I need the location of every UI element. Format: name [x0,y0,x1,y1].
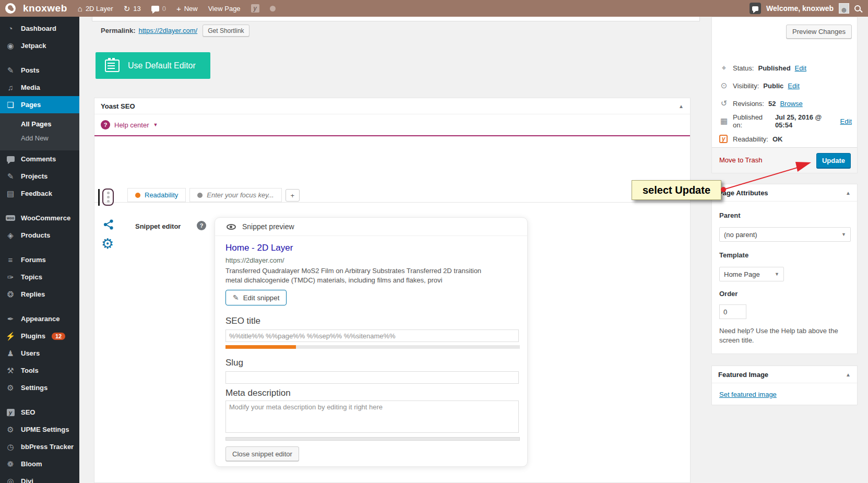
topics-icon: ✑ [7,273,14,282]
seo-title-progress-fill [225,345,296,349]
use-default-editor-button[interactable]: Use Default Editor [96,52,210,79]
edit-snippet-button[interactable]: ✎ Edit snippet [225,290,287,305]
sidebar-item-projects[interactable]: ✎Projects [0,168,79,185]
sidebar-item-label: Settings [21,384,47,392]
sidebar-item-woocommerce[interactable]: wooWooCommerce [0,209,79,227]
template-select[interactable]: Home Page ▼ [719,267,784,281]
get-shortlink-button[interactable]: Get Shortlink [203,25,249,37]
collapse-toggle-icon[interactable]: ▲ [846,372,851,378]
yoast-tabs: Readability Enter your focus key... + [127,188,300,202]
share-icon[interactable] [103,219,114,230]
gear-icon[interactable]: ⚙ [101,235,114,252]
pie-chart-icon: ◷ [7,442,14,452]
publish-row-edit-link[interactable]: Edit [795,64,806,72]
order-input[interactable] [719,304,746,319]
focus-status-dot [197,193,203,198]
featured-image-title: Featured Image [718,371,768,379]
admin-bar-site-menu[interactable]: ⌂ 2D Layer [73,0,118,17]
slug-heading: Slug [225,358,243,368]
search-icon[interactable] [854,5,861,11]
admin-bar-view-page[interactable]: View Page [203,0,246,17]
move-to-trash-link[interactable]: Move to Trash [719,156,762,164]
pie-chart-icon: ◷ [5,442,16,452]
traffic-light-icon[interactable] [102,189,114,206]
sidebar-item-label: Users [21,349,40,357]
tab-readability[interactable]: Readability [127,188,186,202]
update-count-badge: 12 [52,333,65,340]
snippet-preview-card: Snippet preview Home - 2D Layer https://… [215,217,528,467]
sidebar-item-bloom[interactable]: ❁Bloom [0,455,79,473]
sidebar-item-products[interactable]: ◈Products [0,227,79,244]
sidebar-item-seo[interactable]: ySEO [0,404,79,421]
publish-footer: Move to Trash Update [712,147,857,173]
sidebar-item-replies[interactable]: ❂Replies [0,286,79,303]
avatar[interactable]: ☻ [839,3,849,14]
sidebar-subitem-add-new[interactable]: Add New [0,131,79,145]
sidebar-item-plugins[interactable]: ⚡Plugins12 [0,327,79,345]
publish-row-edit-link[interactable]: Edit [840,117,852,125]
add-keyword-tab-button[interactable]: + [286,189,300,202]
sidebar-item-settings[interactable]: ⚙Settings [0,379,79,396]
sidebar-item-divi[interactable]: ◎Divi [0,473,79,483]
gray-dot-icon [270,6,276,11]
sidebar-item-posts[interactable]: ✎Posts [0,62,79,79]
snippet-help-icon[interactable]: ? [197,221,206,230]
parent-select[interactable]: (no parent) ▼ [719,227,851,242]
permalink-link[interactable]: https://2dlayer.com/ [138,27,197,34]
editor-document-icon [105,60,120,72]
slug-input[interactable] [225,371,519,384]
publish-row-browse-link[interactable]: Browse [780,100,802,108]
meta-description-textarea[interactable] [225,400,519,433]
welcome-label[interactable]: Welcome, knoxweb [766,4,834,13]
yoast-metabox-header[interactable]: Yoast SEO ▲ [94,98,690,114]
set-featured-image-link[interactable]: Set featured image [719,391,777,398]
sidebar-item-media[interactable]: ♫Media [0,79,79,96]
sidebar-item-bbpress-tracker[interactable]: ◷bbPress Tracker [0,438,79,455]
collapse-toggle-icon[interactable]: ▲ [679,103,684,109]
collapse-toggle-icon[interactable]: ▲ [846,190,851,196]
admin-bar-yoast[interactable]: y [246,0,265,17]
yoast-seo-metabox: Yoast SEO ▲ ? Help center ▼ ⚙ Readabilit… [94,98,691,483]
sidebar-item-tools[interactable]: ⚒Tools [0,362,79,379]
sidebar-item-forums[interactable]: ≡Forums [0,251,79,268]
comment-icon [752,6,758,11]
help-center-row: ? Help center ▼ [94,114,690,136]
sidebar-item-topics[interactable]: ✑Topics [0,268,79,286]
topics-icon: ✑ [5,273,16,282]
chevron-down-icon: ▼ [153,122,158,127]
page-attributes-header[interactable]: Page Attributes ▲ [712,184,857,202]
seo-title-input[interactable] [225,329,519,342]
admin-bar-feedback-button[interactable] [750,3,761,14]
preview-changes-button[interactable]: Preview Changes [786,25,852,39]
yoast-icon: y [251,4,259,13]
sidebar-item-upme-settings[interactable]: ⚙UPME Settings [0,421,79,438]
annotation-text: select Update [643,184,710,196]
featured-image-header[interactable]: Featured Image ▲ [712,366,857,383]
sidebar-item-pages[interactable]: ❏Pages [0,96,79,113]
admin-bar-brand[interactable]: knoxweb [0,0,73,17]
sidebar-item-users[interactable]: ♟Users [0,345,79,362]
update-button[interactable]: Update [816,153,851,168]
sidebar-item-label: Projects [21,172,47,180]
chevron-down-icon: ▼ [775,272,779,277]
help-question-icon: ? [101,120,110,129]
calendar-icon: ▦ [719,116,729,126]
eye-icon [227,224,236,230]
plus-icon: + [176,5,181,13]
sidebar-item-appearance[interactable]: ✒Appearance [0,310,79,327]
publish-row-edit-link[interactable]: Edit [788,82,799,90]
admin-bar-comments[interactable]: 0 [146,0,171,17]
close-snippet-editor-button[interactable]: Close snippet editor [225,446,299,461]
sidebar-item-comments[interactable]: Comments [0,150,79,168]
sidebar-item-jetpack[interactable]: ◉Jetpack [0,37,79,54]
admin-bar-updates[interactable]: ↻ 13 [118,0,146,17]
tab-focus-keyword[interactable]: Enter your focus key... [189,188,281,202]
admin-bar-new-menu[interactable]: + New [171,0,203,17]
sidebar-item-dashboard[interactable]: ◔Dashboard [0,20,79,37]
seo-title-progress [225,345,520,349]
sidebar-item-feedback[interactable]: ▤Feedback [0,185,79,202]
pin-icon: ⌖ [719,63,729,73]
sidebar-subitem-all-pages[interactable]: All Pages [0,117,79,131]
help-center-link[interactable]: Help center [114,121,149,129]
serp-title-link[interactable]: Home - 2D Layer [225,243,293,253]
